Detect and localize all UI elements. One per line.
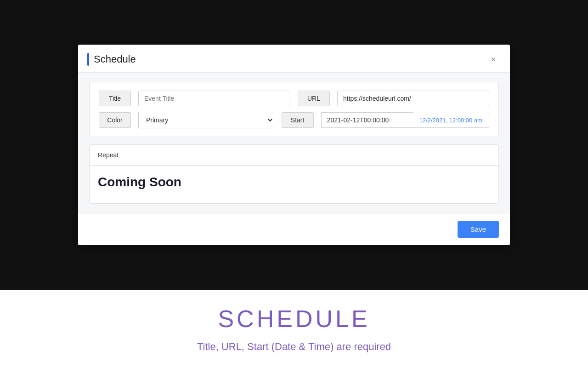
form-section: Title URL Color Primary Secondary Da — [89, 82, 499, 137]
form-row-color-start: Color Primary Secondary Danger Warning S… — [99, 112, 489, 128]
color-select[interactable]: Primary Secondary Danger Warning Success — [138, 112, 274, 128]
form-row-title-url: Title URL — [99, 91, 489, 106]
title-input[interactable] — [138, 91, 290, 106]
save-button[interactable]: Save — [458, 221, 499, 238]
start-datetime-input[interactable] — [321, 112, 413, 128]
start-group: 12/2/2021, 12:00:00 am — [321, 112, 489, 128]
coming-soon-text: Coming Soon — [98, 175, 181, 189]
header-accent-bar — [87, 53, 89, 66]
modal-header: Schedule × — [78, 45, 510, 73]
modal-footer: Save — [78, 213, 510, 245]
repeat-body: Coming Soon — [90, 166, 498, 203]
start-datetime-display: 12/2/2021, 12:00:00 am — [413, 113, 489, 128]
bottom-subtitle: Title, URL, Start (Date & Time) are requ… — [197, 341, 391, 353]
repeat-section: Repeat Coming Soon — [89, 144, 499, 204]
bottom-title: SCHEDULE — [218, 305, 370, 333]
title-label: Title — [99, 91, 131, 106]
modal-header-left: Schedule — [87, 53, 136, 66]
repeat-header: Repeat — [90, 145, 498, 166]
page-wrapper: Schedule × Title URL — [0, 0, 588, 368]
url-input[interactable] — [337, 91, 489, 106]
start-label: Start — [282, 112, 314, 128]
schedule-modal: Schedule × Title URL — [78, 45, 510, 245]
modal-title: Schedule — [94, 53, 136, 65]
modal-backdrop: Schedule × Title URL — [0, 0, 588, 290]
close-button[interactable]: × — [488, 54, 499, 65]
modal-body: Title URL Color Primary Secondary Da — [78, 73, 510, 213]
url-label: URL — [298, 91, 330, 106]
color-label: Color — [99, 112, 131, 128]
bottom-section: SCHEDULE Title, URL, Start (Date & Time)… — [0, 290, 588, 368]
